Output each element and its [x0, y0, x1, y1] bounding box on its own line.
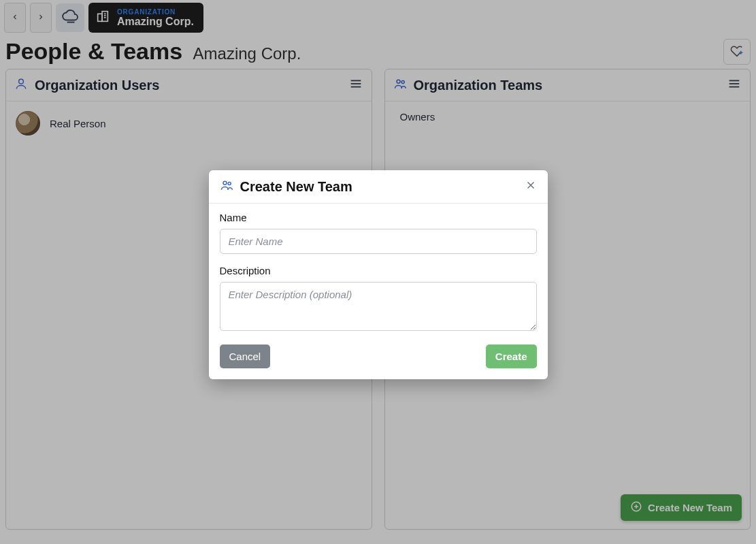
- create-team-modal: Create New Team Name Description Cancel …: [209, 170, 548, 379]
- team-name-input[interactable]: [220, 229, 537, 254]
- create-button[interactable]: Create: [486, 345, 537, 368]
- team-icon: [220, 178, 233, 195]
- modal-header: Create New Team: [209, 170, 548, 204]
- svg-point-19: [223, 181, 227, 185]
- modal-overlay: Create New Team Name Description Cancel …: [0, 0, 756, 544]
- description-field-label: Description: [220, 265, 537, 276]
- modal-close-button[interactable]: [525, 179, 537, 194]
- name-field-label: Name: [220, 212, 537, 223]
- modal-footer: Cancel Create: [209, 334, 548, 368]
- cancel-button[interactable]: Cancel: [220, 345, 271, 368]
- modal-body: Name Description: [209, 204, 548, 334]
- modal-title: Create New Team: [240, 179, 352, 195]
- svg-point-20: [228, 182, 231, 185]
- team-description-input[interactable]: [220, 282, 537, 331]
